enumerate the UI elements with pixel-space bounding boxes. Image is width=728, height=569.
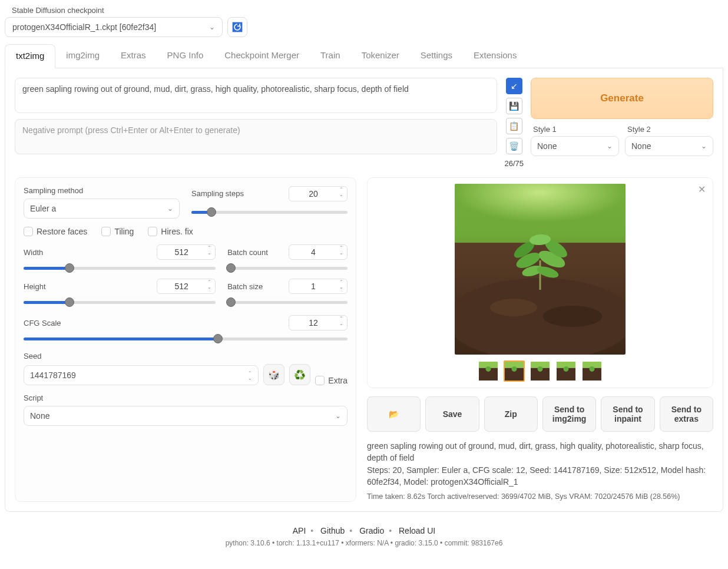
chevron-down-icon: ⌄ [167, 204, 173, 213]
tiling-checkbox[interactable] [101, 227, 111, 236]
info-params: Steps: 20, Sampler: Euler a, CFG scale: … [367, 464, 713, 488]
thumbnail[interactable] [530, 360, 551, 382]
clear-button[interactable]: 🗑️ [506, 138, 522, 154]
close-icon[interactable]: ✕ [698, 184, 706, 195]
tab-extras[interactable]: Extras [110, 44, 157, 68]
save-button[interactable]: Save [425, 396, 479, 432]
output-image[interactable] [455, 184, 626, 355]
style1-select[interactable]: None⌄ [531, 136, 619, 156]
batch-size-label: Batch size [227, 282, 263, 291]
checkpoint-select[interactable]: protogenX34OfficialR_1.ckpt [60fe2f34] ⌄ [5, 17, 223, 37]
style2-select[interactable]: None⌄ [625, 136, 713, 156]
thumbnail[interactable] [504, 360, 525, 382]
footer-link-api[interactable]: API [293, 526, 306, 535]
recycle-icon: ♻️ [294, 369, 306, 381]
svg-point-27 [590, 366, 595, 372]
prompt-tools: ↙ 💾 📋 🗑️ 26/75 [504, 78, 524, 168]
svg-point-21 [538, 366, 543, 372]
batch-size-input[interactable]: 1 [289, 279, 348, 294]
svg-point-18 [512, 366, 517, 372]
output-panel: ✕ [367, 177, 713, 502]
footer-link-reload[interactable]: Reload UI [399, 526, 435, 535]
style2-label: Style 2 [627, 125, 713, 134]
checkpoint-section: Stable Diffusion checkpoint protogenX34O… [5, 6, 723, 37]
batch-count-input[interactable]: 4 [289, 244, 348, 260]
tab-checkpoint-merger[interactable]: Checkpoint Merger [214, 44, 310, 68]
script-label: Script [24, 393, 348, 402]
cfg-slider[interactable] [24, 334, 348, 343]
height-label: Height [24, 282, 46, 291]
tab-extensions[interactable]: Extensions [463, 44, 527, 68]
thumbnail-row [373, 360, 707, 382]
sampling-steps-slider[interactable] [191, 207, 348, 217]
style1-label: Style 1 [533, 125, 619, 134]
seed-input[interactable]: 1441787169 [24, 365, 259, 385]
token-counter: 26/75 [504, 159, 524, 168]
output-gallery: ✕ [367, 177, 713, 388]
checkpoint-value: protogenX34OfficialR_1.ckpt [60fe2f34] [12, 22, 156, 32]
seed-label: Seed [24, 352, 348, 360]
extra-checkbox[interactable] [315, 376, 325, 385]
restore-faces-checkbox[interactable] [24, 227, 33, 236]
chevron-down-icon: ⌄ [335, 412, 341, 420]
svg-point-4 [490, 299, 537, 316]
height-slider[interactable] [24, 297, 216, 307]
refresh-icon [231, 21, 243, 33]
open-folder-button[interactable]: 📂 [367, 396, 421, 432]
svg-point-24 [564, 366, 569, 372]
tab-tokenizer[interactable]: Tokenizer [351, 44, 410, 68]
save-prompt-button[interactable]: 💾 [506, 98, 522, 114]
send-inpaint-button[interactable]: Send to inpaint [601, 396, 654, 432]
floppy-icon: 💾 [509, 101, 519, 111]
cfg-label: CFG Scale [24, 319, 61, 327]
random-seed-button[interactable]: 🎲 [263, 364, 284, 385]
chevron-down-icon: ⌄ [701, 142, 707, 150]
footer-versions: python: 3.10.6 • torch: 1.13.1+cu117 • x… [5, 539, 723, 547]
sampling-method-select[interactable]: Euler a⌄ [24, 199, 180, 219]
negative-prompt-input[interactable] [15, 119, 497, 154]
width-slider[interactable] [24, 263, 216, 273]
prompt-input[interactable] [15, 78, 497, 113]
tab-pnginfo[interactable]: PNG Info [157, 44, 214, 68]
dice-icon: 🎲 [268, 369, 280, 381]
script-select[interactable]: None⌄ [24, 406, 348, 426]
tab-img2img[interactable]: img2img [55, 44, 110, 68]
height-input[interactable]: 512 [157, 279, 216, 294]
cfg-input[interactable]: 12 [289, 315, 348, 330]
paste-button[interactable]: 📋 [506, 118, 522, 134]
reuse-seed-button[interactable]: ♻️ [289, 364, 310, 385]
zip-button[interactable]: Zip [484, 396, 538, 432]
send-img2img-button[interactable]: Send to img2img [542, 396, 596, 432]
chevron-down-icon: ⌄ [607, 142, 613, 150]
batch-count-slider[interactable] [227, 263, 348, 273]
tab-train[interactable]: Train [310, 44, 351, 68]
sampling-steps-input[interactable]: 20 [289, 186, 348, 201]
main-tabs: txt2img img2img Extras PNG Info Checkpoi… [5, 44, 723, 68]
refresh-checkpoint-button[interactable] [227, 17, 247, 37]
svg-point-15 [486, 366, 491, 372]
width-label: Width [24, 248, 43, 257]
tab-settings[interactable]: Settings [410, 44, 463, 68]
thumbnail[interactable] [581, 360, 603, 382]
hires-fix-checkbox[interactable] [148, 227, 157, 236]
svg-rect-2 [455, 184, 626, 243]
footer-link-gradio[interactable]: Gradio [359, 526, 384, 535]
trash-icon: 🗑️ [509, 141, 519, 151]
svg-point-5 [543, 306, 602, 327]
info-stats: Time taken: 8.62s Torch active/reserved:… [367, 491, 713, 502]
footer-link-github[interactable]: Github [320, 526, 345, 535]
interrogate-button[interactable]: ↙ [506, 78, 522, 94]
send-extras-button[interactable]: Send to extras [660, 396, 713, 432]
sampling-method-label: Sampling method [24, 186, 180, 195]
settings-panel: Sampling method Euler a⌄ Sampling steps … [15, 177, 356, 502]
batch-size-slider[interactable] [227, 297, 348, 307]
tab-txt2img[interactable]: txt2img [5, 44, 55, 68]
width-input[interactable]: 512 [157, 244, 216, 260]
thumbnail[interactable] [555, 360, 577, 382]
generation-info: green sapling rowing out of ground, mud,… [367, 440, 713, 502]
generate-button[interactable]: Generate [531, 78, 713, 119]
batch-count-label: Batch count [227, 248, 268, 257]
tab-content: ↙ 💾 📋 🗑️ 26/75 Generate Style 1 None⌄ St… [5, 68, 723, 512]
chevron-down-icon: ⌄ [209, 23, 215, 31]
thumbnail[interactable] [478, 360, 499, 382]
